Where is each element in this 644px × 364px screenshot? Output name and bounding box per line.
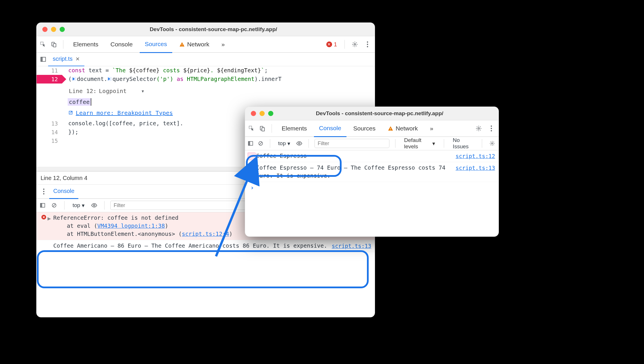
svg-rect-3 [182, 44, 182, 45]
console-messages: Coffee Espresso script.ts:12 Coffee Espr… [245, 150, 499, 194]
live-expression-icon [72, 77, 76, 81]
context-selector[interactable]: top ▾ [70, 202, 87, 209]
close-icon[interactable] [42, 27, 48, 32]
maximize-icon[interactable] [60, 27, 65, 32]
console-toolbar: top▾ Default levels▾ No Issues [245, 137, 499, 150]
svg-point-7 [367, 44, 368, 45]
divider [344, 40, 345, 49]
live-expression-icon [107, 77, 112, 81]
console-log-row[interactable]: Coffee Americano – 86 Euro – The Coffee … [37, 240, 375, 252]
gutter-line[interactable]: 11 [37, 66, 62, 75]
divider [63, 40, 63, 49]
divider [444, 139, 444, 148]
context-selector[interactable]: top▾ [276, 140, 293, 147]
clear-console-icon[interactable] [257, 139, 264, 148]
kebab-icon[interactable] [38, 186, 49, 197]
sidebar-toggle-icon[interactable] [38, 201, 47, 210]
minimize-icon[interactable] [260, 111, 265, 116]
gear-icon[interactable] [473, 123, 484, 134]
code-line-13: console.log([coffee, price, text]. [62, 119, 183, 128]
svg-point-8 [367, 46, 368, 47]
svg-point-34 [492, 143, 493, 144]
logpoint-type-select[interactable]: Logpoint ▾ [99, 88, 144, 94]
gutter-line[interactable]: 13 [37, 119, 62, 128]
divider [270, 139, 270, 148]
expand-icon[interactable]: ▶ [48, 214, 53, 223]
logpoint-learn-more-text: Learn more: Breakpoint Types [76, 109, 173, 116]
tab-sources[interactable]: Sources [348, 120, 381, 136]
logpoint-panel: Line 12: Logpoint ▾ coffee Learn more: B… [64, 85, 217, 119]
code-line-14: }); [62, 128, 78, 136]
cursor-position: Line 12, Column 4 [41, 175, 87, 181]
eye-icon[interactable] [296, 139, 303, 148]
issues-label[interactable]: No Issues [450, 137, 476, 150]
device-icon[interactable] [49, 40, 58, 49]
console-logpoint-row[interactable]: Coffee Espresso script.ts:12 [245, 150, 499, 162]
source-link[interactable]: script.ts:13 [328, 242, 371, 250]
tabs-overflow[interactable]: » [425, 120, 439, 136]
close-icon[interactable] [251, 111, 256, 116]
device-icon[interactable] [258, 124, 267, 133]
sidebar-toggle-icon[interactable] [247, 139, 254, 148]
source-link[interactable]: script.ts:12 [452, 152, 495, 160]
gear-icon[interactable] [349, 39, 360, 50]
breakpoint-gutter[interactable]: 12 [37, 75, 62, 84]
stack-link[interactable]: VM4394 logpoint:1:38 [97, 223, 165, 229]
minimize-icon[interactable] [51, 27, 56, 32]
eye-icon[interactable] [90, 201, 99, 210]
chevron-down-icon: ▾ [287, 140, 290, 147]
logpoint-learn-more-link[interactable]: Learn more: Breakpoint Types [64, 109, 217, 119]
console-log-row[interactable]: Coffee Espresso – 74 Euro – The Coffee E… [245, 162, 499, 182]
tabs-overflow[interactable]: » [216, 36, 230, 52]
drawer-tab-console[interactable]: Console [49, 184, 78, 199]
tab-network[interactable]: Network [382, 120, 423, 136]
tab-console[interactable]: Console [105, 36, 138, 52]
logpoint-type-label: Logpoint [99, 88, 126, 94]
filter-input[interactable] [110, 201, 253, 210]
svg-point-13 [43, 191, 44, 192]
error-badge[interactable]: ✕ 1 [323, 41, 340, 48]
inspect-icon[interactable] [38, 40, 48, 49]
tab-sources[interactable]: Sources [140, 36, 172, 53]
source-link[interactable]: script.ts:13 [452, 164, 495, 172]
log-text: Coffee Espresso – 74 Euro – The Coffee E… [256, 164, 452, 180]
prompt-icon [249, 184, 256, 192]
close-icon[interactable]: ✕ [75, 56, 80, 62]
maximize-icon[interactable] [268, 111, 273, 116]
file-tabs: script.ts ✕ [37, 53, 375, 66]
devtools-window-console: DevTools - consistent-source-map-pc.netl… [245, 107, 499, 237]
gutter-line[interactable]: 14 [37, 128, 62, 136]
code-line-12: (document.querySelector('p') as HTMLPara… [62, 75, 281, 84]
divider [308, 139, 309, 148]
titlebar: DevTools - consistent-source-map-pc.netl… [37, 23, 375, 36]
tab-elements[interactable]: Elements [68, 36, 104, 52]
divider [272, 124, 272, 133]
divider [104, 201, 105, 210]
svg-point-29 [491, 130, 492, 131]
svg-rect-2 [53, 43, 56, 47]
tab-console[interactable]: Console [314, 120, 346, 137]
kebab-icon[interactable] [362, 39, 373, 50]
filter-field[interactable] [110, 201, 253, 210]
navigator-icon[interactable] [38, 54, 48, 64]
levels-dropdown[interactable]: Default levels▾ [401, 137, 438, 150]
clear-console-icon[interactable] [50, 201, 58, 210]
panel-tabs: Elements Console Sources Network » [245, 120, 499, 137]
error-icon: ✕ [326, 41, 332, 47]
filter-field[interactable] [315, 139, 389, 148]
filter-input[interactable] [315, 139, 389, 148]
kebab-icon[interactable] [486, 123, 497, 134]
window-title: DevTools - consistent-source-map-pc.netl… [71, 26, 375, 33]
file-tab-script-ts[interactable]: script.ts ✕ [48, 52, 84, 67]
gear-icon[interactable] [488, 138, 497, 149]
divider [64, 201, 65, 210]
stack-link[interactable]: script.ts:12:4 [182, 231, 229, 237]
gutter-line[interactable]: 15 [37, 136, 62, 145]
console-prompt-row[interactable] [245, 182, 499, 194]
tab-network[interactable]: Network [174, 36, 215, 52]
error-count: 1 [334, 41, 337, 48]
svg-point-18 [94, 204, 95, 206]
inspect-icon[interactable] [247, 124, 256, 133]
tab-elements[interactable]: Elements [276, 120, 312, 136]
logpoint-input[interactable]: coffee [68, 98, 213, 105]
